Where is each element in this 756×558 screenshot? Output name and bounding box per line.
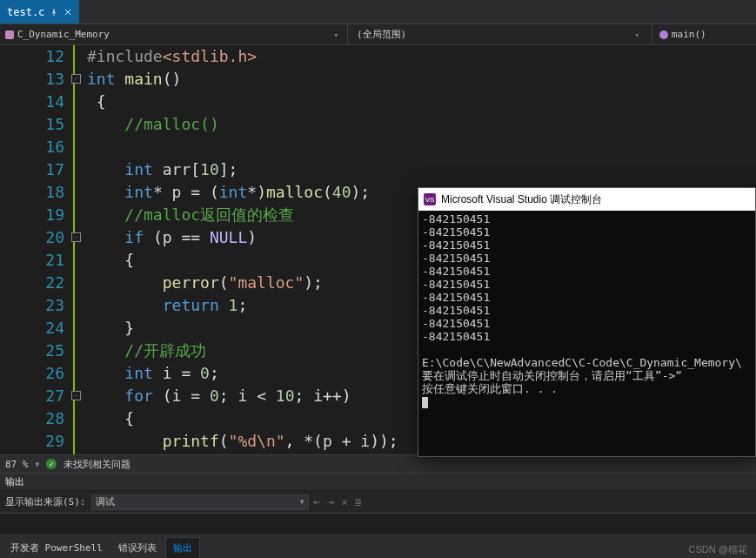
context-bar: C_Dynamic_Memory ▾ (全局范围) ▾ main() <box>0 24 756 45</box>
chevron-down-icon: ▾ <box>635 30 639 39</box>
issues-text: 未找到相关问题 <box>64 458 130 471</box>
code-line[interactable]: for (i = 0; i < 10; i++) <box>87 385 398 407</box>
code-line[interactable]: { <box>87 407 398 430</box>
function-selector[interactable]: main() <box>652 29 713 40</box>
line-number: 25 <box>0 340 64 362</box>
line-number: 18 <box>0 181 64 204</box>
fold-toggle[interactable]: - <box>71 74 81 84</box>
fold-toggle[interactable]: - <box>71 391 81 400</box>
code-line[interactable]: { <box>87 249 398 272</box>
line-number: 21 <box>0 249 64 272</box>
code-line[interactable]: #include<stdlib.h> <box>87 45 398 68</box>
code-line[interactable]: //开辟成功 <box>87 340 398 362</box>
debug-console-window[interactable]: VS Microsoft Visual Studio 调试控制台 -842150… <box>418 187 756 457</box>
code-line[interactable]: } <box>87 317 398 340</box>
output-source-label: 显示输出来源(S): <box>5 495 86 508</box>
code-line[interactable]: printf("%d\n", *(p + i)); <box>87 430 398 453</box>
output-source-value: 调试 <box>96 495 115 508</box>
line-number: 28 <box>0 407 64 430</box>
line-gutter: 121314151617181920212223242526272829 - -… <box>0 45 75 454</box>
line-number: 16 <box>0 136 64 158</box>
fold-column: - - - <box>73 45 82 454</box>
code-line[interactable]: return 1; <box>87 294 398 317</box>
vs-icon: VS <box>424 193 436 205</box>
bottom-tab-strip: 开发者 PowerShell 错误列表 输出 <box>0 535 756 558</box>
tab-errorlist[interactable]: 错误列表 <box>111 538 164 558</box>
file-tab[interactable]: test.c <box>0 0 80 24</box>
console-title-text: Microsoft Visual Studio 调试控制台 <box>441 192 602 207</box>
project-selector[interactable]: C_Dynamic_Memory ▾ <box>0 24 348 44</box>
prev-icon[interactable]: ⇤ <box>314 495 321 508</box>
output-panel-header: 输出 <box>0 474 756 491</box>
console-titlebar[interactable]: VS Microsoft Visual Studio 调试控制台 <box>418 188 755 211</box>
tab-bar: test.c <box>0 0 756 24</box>
file-tab-label: test.c <box>7 6 44 18</box>
line-number: 19 <box>0 204 64 226</box>
tab-powershell[interactable]: 开发者 PowerShell <box>3 538 110 558</box>
fold-toggle[interactable]: - <box>71 232 81 242</box>
next-icon[interactable]: ⇥ <box>327 495 334 508</box>
code-line[interactable]: if (p == NULL) <box>87 226 398 249</box>
project-name: C_Dynamic_Memory <box>17 29 110 40</box>
chevron-down-icon: ▼ <box>300 498 304 506</box>
line-number: 12 <box>0 45 64 68</box>
chevron-down-icon[interactable]: ▼ <box>36 461 40 468</box>
code-line[interactable]: { <box>87 91 398 113</box>
line-number: 20 <box>0 226 64 249</box>
line-number: 17 <box>0 158 64 181</box>
watermark-text: CSDN @楷花 <box>686 541 751 558</box>
line-number: 15 <box>0 113 64 136</box>
code-area[interactable]: #include<stdlib.h>int main() { //malloc(… <box>75 45 398 454</box>
wrap-icon[interactable]: ≣ <box>355 495 362 508</box>
code-line[interactable]: int arr[10]; <box>87 158 398 181</box>
editor-status-strip: 87 % ▼ ✓ 未找到相关问题 <box>0 454 756 474</box>
code-line[interactable]: int i = 0; <box>87 362 398 385</box>
project-icon <box>5 30 14 39</box>
line-number: 26 <box>0 362 64 385</box>
code-line[interactable]: //malloc返回值的检查 <box>87 204 398 226</box>
code-line[interactable]: int* p = (int*)malloc(40); <box>87 181 398 204</box>
line-number: 22 <box>0 272 64 294</box>
line-number: 14 <box>0 91 64 113</box>
close-icon[interactable] <box>64 8 72 17</box>
function-icon <box>659 30 668 39</box>
line-number: 13 <box>0 68 64 91</box>
code-line[interactable]: int main() <box>87 68 398 91</box>
line-number: 23 <box>0 294 64 317</box>
output-toolbar: 显示输出来源(S): 调试 ▼ ⇤ ⇥ ✕ ≣ <box>0 491 756 514</box>
function-name: main() <box>672 29 706 40</box>
zoom-level[interactable]: 87 % <box>5 459 29 470</box>
chevron-down-icon: ▾ <box>334 30 338 39</box>
tab-output[interactable]: 输出 <box>165 537 200 558</box>
pin-icon[interactable] <box>50 8 58 17</box>
code-line[interactable]: //malloc() <box>87 113 398 136</box>
line-number: 24 <box>0 317 64 340</box>
output-source-select[interactable]: 调试 ▼ <box>91 494 309 510</box>
code-line[interactable]: perror("malloc"); <box>87 272 398 294</box>
line-number: 29 <box>0 430 64 453</box>
cursor <box>422 397 428 408</box>
scope-selector[interactable]: (全局范围) ▾ <box>348 24 652 44</box>
line-number: 27 <box>0 385 64 407</box>
clear-icon[interactable]: ✕ <box>341 495 348 508</box>
console-body[interactable]: -842150451 -842150451 -842150451 -842150… <box>418 211 755 456</box>
scope-label: (全局范围) <box>357 28 406 41</box>
output-body[interactable] <box>0 514 756 535</box>
check-icon: ✓ <box>46 459 57 469</box>
output-tool-icons: ⇤ ⇥ ✕ ≣ <box>314 495 362 508</box>
code-line[interactable] <box>87 136 398 158</box>
